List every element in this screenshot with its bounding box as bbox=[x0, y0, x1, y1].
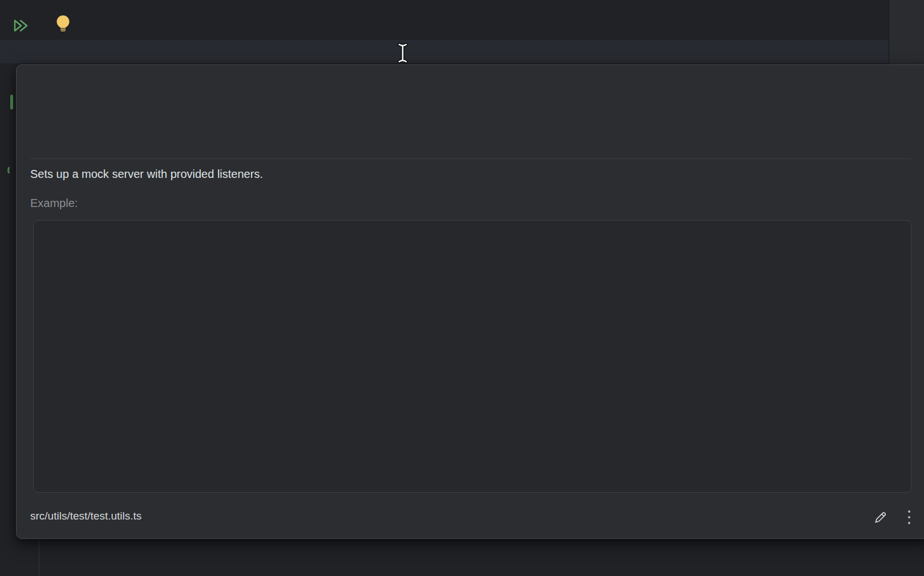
kebab-dot bbox=[908, 516, 910, 518]
ide-editor-screenshot: Sets up a mock server with provided list… bbox=[0, 0, 924, 576]
run-all-tests-icon[interactable] bbox=[11, 18, 29, 34]
intention-lightbulb-icon[interactable] bbox=[55, 14, 71, 33]
gutter-test-status-icon-partial bbox=[10, 95, 13, 109]
current-line-highlight bbox=[0, 40, 889, 63]
gutter-test-status-icon-partial bbox=[7, 165, 15, 175]
indent-guide-line bbox=[39, 539, 39, 576]
example-label: Example: bbox=[30, 197, 78, 210]
kebab-dot bbox=[908, 522, 910, 524]
edit-pencil-icon[interactable] bbox=[873, 509, 889, 525]
popup-separator bbox=[30, 159, 911, 159]
kebab-menu-icon[interactable] bbox=[904, 510, 914, 528]
kebab-dot bbox=[908, 510, 910, 513]
doc-description: Sets up a mock server with provided list… bbox=[30, 168, 263, 181]
editor-right-panel bbox=[889, 0, 924, 64]
example-code-block bbox=[33, 220, 911, 493]
documentation-popup: Sets up a mock server with provided list… bbox=[16, 64, 924, 539]
text-cursor-ibeam bbox=[397, 42, 408, 64]
source-file-path: src/utils/test/test.utils.ts bbox=[30, 510, 141, 522]
